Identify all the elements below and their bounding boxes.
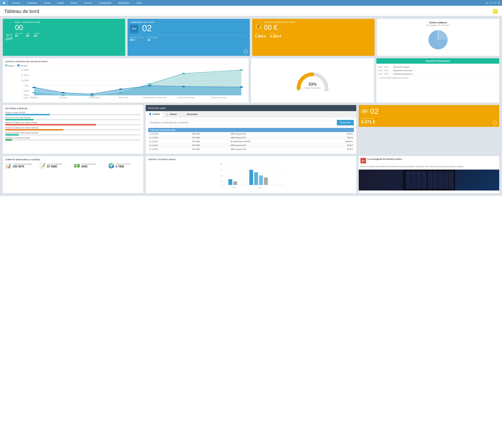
nav-home[interactable] <box>0 0 8 6</box>
nav-item-statistiques[interactable]: Statistiques <box>115 0 133 6</box>
commandes-value: 02 <box>142 24 152 33</box>
svg-rect-58 <box>249 170 253 185</box>
svg-text:2K: 2K <box>23 94 29 96</box>
svg-text:5K: 5K <box>23 90 29 92</box>
svg-text:Juillet: Juillet <box>88 97 101 98</box>
clients-label: NOUV. CLIENTS DU JOUR <box>15 21 123 23</box>
nav-item-services[interactable]: Services <box>80 0 95 6</box>
page-title: Tableau de bord <box>4 9 39 14</box>
facture-item: Factures en contentieux (7/130) <box>5 137 141 141</box>
svg-text:100: 100 <box>220 163 222 165</box>
pie-subtitle: Par catégories de clients Euro <box>380 24 497 26</box>
svg-point-76 <box>418 173 418 173</box>
tab-contact[interactable]: 👤 Contact <box>146 111 163 117</box>
clients-icon <box>4 33 14 42</box>
search-body: Rechercher 5 derniers documents créés 11… <box>146 117 356 154</box>
facture-item: Factures en attente 2ème relance (56/130… <box>5 127 141 130</box>
tab-documents[interactable]: 📄 Documents <box>180 111 201 117</box>
comptes-card: COMPTES BANCAIRES et CAISSES 📊 COMPTES B… <box>3 156 143 193</box>
comptes-grid: 📊 COMPTES BANCAIRES 345 087€ 📝 CAISSE CH… <box>5 163 141 169</box>
ca-label: CHIFFRE D'AFFAIRES DU JOUR <box>264 21 295 23</box>
svg-text:Objectif Commercial: Objectif Commercial <box>304 87 320 89</box>
svg-text:Juin: Juin <box>59 97 67 98</box>
svg-point-75 <box>412 173 413 173</box>
svg-rect-73 <box>449 171 453 189</box>
commandes-arrow[interactable]: › <box>243 49 248 54</box>
ca-value: 00 € <box>264 24 295 31</box>
annuel-card: CHIFFRE D'AFFAIRES ANNUEL 100 75 50 25 0 <box>146 156 356 193</box>
event-1: 12:00 - 13:00 RDV ACTIV Travaux <box>378 65 498 69</box>
svg-text:12K: 12K <box>21 74 29 76</box>
calendar-body: 12:00 - 13:00 RDV ACTIV Travaux 14:00 - … <box>376 64 499 82</box>
svg-text:80 000 €: 80 000 € <box>323 90 329 91</box>
dashboard: NOUV. CLIENTS DU JOUR 00 SEMAINE 01 MOIS… <box>0 16 502 196</box>
clients-semaine: SEMAINE 01 <box>15 33 23 37</box>
nav-item-achats[interactable]: Achats <box>54 0 67 6</box>
pie-card: Chiffre d'affaires Par catégories de cli… <box>377 19 499 56</box>
svg-point-22 <box>61 95 65 96</box>
clients-card: NOUV. CLIENTS DU JOUR 00 SEMAINE 01 MOIS… <box>3 19 125 56</box>
gplus-logo: g+ <box>361 158 366 163</box>
line-chart: 15K 12K 10K 7K 5K 2K 0K <box>5 68 246 100</box>
ca-icon: 💰 <box>255 22 262 29</box>
refresh-icon[interactable]: ↻ <box>494 1 496 4</box>
cart-icon: 🛒 <box>166 113 169 115</box>
fac-montant-label: MONTANT TOTAL <box>361 118 497 119</box>
facture-list: Factures à éditer (43/130) Factures en e… <box>5 112 141 141</box>
svg-text:10K: 10K <box>21 80 29 81</box>
svg-point-25 <box>148 83 152 85</box>
svg-rect-65 <box>406 171 411 189</box>
fac-bottom: MONTANT TOTAL 5 271 € <box>361 116 497 124</box>
svg-point-33 <box>182 86 185 87</box>
fac-arrow[interactable]: › <box>493 121 497 125</box>
info-icon[interactable]: ⓘ <box>490 1 492 4</box>
facture-item: Factures en envoi initial (28/130) <box>5 117 141 120</box>
tab-articles[interactable]: 🛒 Articles <box>163 111 180 117</box>
svg-text:25: 25 <box>220 181 222 182</box>
search-header: Recherche rapide <box>146 105 356 111</box>
calendar-card: Vendredi 13 Novembre 12:00 - 13:00 RDV A… <box>376 58 499 103</box>
svg-point-21 <box>32 92 36 93</box>
svg-rect-66 <box>411 171 416 189</box>
svg-point-29 <box>61 92 65 93</box>
fac-info: 02 <box>370 108 379 115</box>
nav-item-stocks[interactable]: Stocks <box>67 0 80 6</box>
legend-magasin: Magasin <box>5 64 15 67</box>
compte-item: 📝 CAISSE CHEQUES 87 098€ <box>40 163 72 169</box>
table-row: 11-11-2014FAC-90k0SARL Dupont & Fils56,0… <box>148 132 354 136</box>
page: Tableau de bord NOUV. CLIENTS DU JOUR 00 <box>0 6 502 448</box>
contact-icon: 👤 <box>149 113 152 115</box>
svg-text:Novem.: Novem. <box>211 97 228 98</box>
table-row: 11-11-2014FAC-90k0M et Mme Elise DUPONT4… <box>148 140 354 144</box>
row3: FACTURES À RÉGLER Factures à éditer (43/… <box>3 105 499 154</box>
table-row: 11-11-2014FAC-90k0SARL Dupont & Fils56,0… <box>148 147 354 151</box>
svg-point-28 <box>32 87 36 88</box>
commandes-montant: MONTANT TOTAL 00 € <box>130 37 144 41</box>
nav-item-catalogue[interactable]: Catalogue <box>24 0 40 6</box>
page-header: Tableau de bord <box>0 6 502 16</box>
calendar-header: Vendredi 13 Novembre <box>376 58 499 64</box>
nav-item-outils[interactable]: Outils <box>133 0 145 6</box>
gauge-chart: 33% Objectif Commercial 0 80 000 € <box>295 69 330 92</box>
row4: COMPTES BANCAIRES et CAISSES 📊 COMPTES B… <box>3 156 499 193</box>
search-card: Recherche rapide 👤 Contact 🛒 Articles 📄 … <box>146 105 356 154</box>
table-row: 11-11-2014FAC-90k0SARL Dupont & Fils56,0… <box>148 136 354 140</box>
svg-rect-72 <box>444 171 448 189</box>
svg-text:7K: 7K <box>23 85 29 87</box>
svg-text:2008: 2008 <box>258 187 261 188</box>
facture-item: Factures à éditer (43/130) <box>5 112 141 115</box>
search-input[interactable] <box>148 120 335 126</box>
search-tabs: 👤 Contact 🛒 Articles 📄 Documents <box>146 111 356 117</box>
row1: NOUV. CLIENTS DU JOUR 00 SEMAINE 01 MOIS… <box>3 19 499 56</box>
svg-point-32 <box>148 85 152 86</box>
search-button[interactable]: Rechercher <box>337 120 354 126</box>
pie-title: Chiffre d'affaires <box>380 21 497 24</box>
nav-item-annuaire[interactable]: Annuaire <box>8 0 24 6</box>
table-row: 11-11-2014FAC-90k0SARL Dupont & Fils56,0… <box>148 144 354 147</box>
factures-card: FACTURES À RÉGLER Factures à éditer (43/… <box>3 105 143 154</box>
nav-item-ventes[interactable]: Ventes <box>40 0 54 6</box>
nav-item-comptabilite[interactable]: Comptabilité <box>95 0 115 6</box>
user-initials: LD <box>486 1 488 4</box>
commandes-label: COMMANDES EN COURS <box>130 21 247 23</box>
menu-icon[interactable]: ☰ <box>498 1 500 4</box>
